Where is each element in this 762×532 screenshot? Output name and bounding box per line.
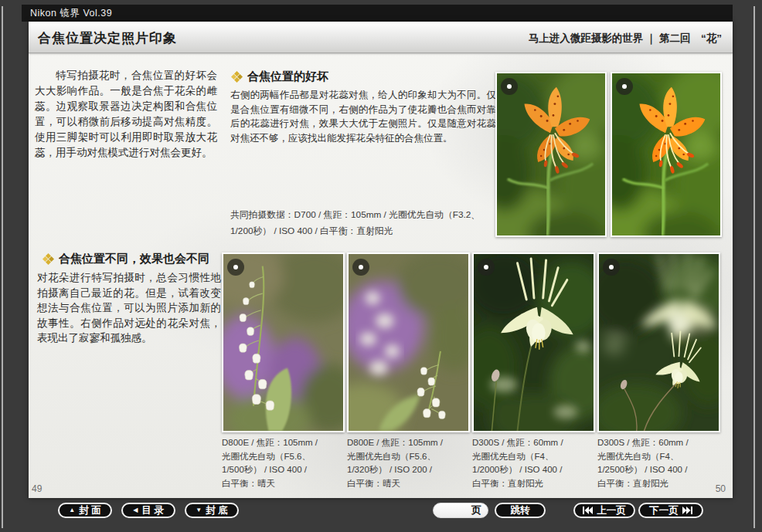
photo-caption: D800E / 焦距：105mm / 光圈优先自动（F5.6、 1/500秒） … <box>222 436 341 490</box>
section-title: 合焦位置的好坏 <box>247 69 328 84</box>
left-triangle-icon: ◀ <box>133 507 138 513</box>
white-dot-badge-icon[interactable] <box>616 78 633 95</box>
section-heading-focus-difference: 合焦位置不同，效果也会不同 <box>43 252 209 266</box>
photo-lily-of-the-valley-far-focus <box>347 252 470 432</box>
cover-button[interactable]: ▲ 封 面 <box>58 503 112 518</box>
photo-lily-of-the-valley-near-focus <box>222 252 345 432</box>
table-of-contents-button[interactable]: ◀ 目 录 <box>121 503 175 518</box>
ebook-viewer: Nikon 镜界 Vol.39 合焦位置决定照片印象 马上进入微距摄影的世界 ｜… <box>0 0 762 532</box>
skip-next-icon <box>682 507 692 514</box>
shared-shooting-data: 共同拍摄数据：D700 / 焦距：105mm / 光圈优先自动（F3.2、 1/… <box>230 207 504 239</box>
page-number-field: 页 <box>433 503 488 518</box>
photo-caption: D800E / 焦距：105mm / 光圈优先自动（F5.6、 1/320秒） … <box>347 436 466 490</box>
white-dot-badge-icon[interactable] <box>227 259 244 276</box>
page-header-subtitle: 马上进入微距摄影的世界 ｜ 第二回 “花” <box>529 32 722 46</box>
white-dot-badge-icon[interactable] <box>501 78 518 95</box>
window-frame-line <box>2 6 3 528</box>
page-number-left: 49 <box>32 483 42 494</box>
photo-caption: D300S / 焦距：60mm / 光圈优先自动（F4、 1/2000秒） / … <box>472 436 591 490</box>
skip-previous-icon <box>583 507 593 514</box>
photo-columbine-far-focus <box>597 252 720 432</box>
page-header-strip: 合焦位置决定照片印象 马上进入微距摄影的世界 ｜ 第二回 “花” <box>29 22 733 53</box>
page-number-input[interactable] <box>434 505 471 516</box>
previous-page-button[interactable]: 上一页 <box>573 503 635 518</box>
toc-button-label: 目 录 <box>141 504 163 517</box>
jump-button-label: 跳转 <box>511 504 530 517</box>
section-body-focus-difference: 对花朵进行特写拍摄时，总会习惯性地拍摄离自己最近的花。但是，试着改变想法与合焦位… <box>37 270 221 346</box>
back-cover-button[interactable]: ▼ 封 底 <box>185 503 239 518</box>
page-number-right: 50 <box>716 483 726 494</box>
white-dot-badge-icon[interactable] <box>603 259 620 276</box>
page-title: 合焦位置决定照片印象 <box>38 29 177 47</box>
white-dot-badge-icon[interactable] <box>352 259 369 276</box>
gold-clover-icon <box>43 253 54 265</box>
app-title-bar: Nikon 镜界 Vol.39 <box>22 5 733 22</box>
app-title: Nikon 镜界 Vol.39 <box>30 8 112 19</box>
white-dot-badge-icon[interactable] <box>478 259 495 276</box>
down-triangle-icon: ▼ <box>196 507 202 513</box>
page-unit-label: 页 <box>471 503 488 517</box>
photo-tiger-lily-right <box>611 72 722 237</box>
magazine-page: 合焦位置决定照片印象 马上进入微距摄影的世界 ｜ 第二回 “花” 特写拍摄花时，… <box>29 22 733 498</box>
photo-caption: D300S / 焦距：60mm / 光圈优先自动（F4、 1/2500秒） / … <box>597 436 716 490</box>
next-page-button[interactable]: 下一页 <box>638 503 703 518</box>
cover-button-label: 封 面 <box>79 504 100 517</box>
up-triangle-icon: ▲ <box>69 507 75 513</box>
back-cover-button-label: 封 底 <box>206 504 227 517</box>
next-page-label: 下一页 <box>649 504 679 517</box>
jump-button[interactable]: 跳转 <box>495 503 546 518</box>
window-frame-line <box>753 6 755 528</box>
previous-page-label: 上一页 <box>597 504 626 517</box>
intro-paragraph: 特写拍摄花时，合焦位置的好坏会大大影响作品。一般是合焦于花朵的雌蕊。边观察取景器… <box>35 68 217 161</box>
section-body-focus-quality: 右侧的两幅作品都是对花蕊对焦，给人的印象却大为不同。仅是合焦位置有细微不同，右侧… <box>230 88 496 145</box>
photo-columbine-near-focus <box>472 252 595 432</box>
section-heading-focus-quality: 合焦位置的好坏 <box>231 69 328 84</box>
gold-clover-icon <box>231 71 243 83</box>
photo-tiger-lily-left <box>495 72 607 237</box>
section-title: 合焦位置不同，效果也会不同 <box>59 252 209 266</box>
